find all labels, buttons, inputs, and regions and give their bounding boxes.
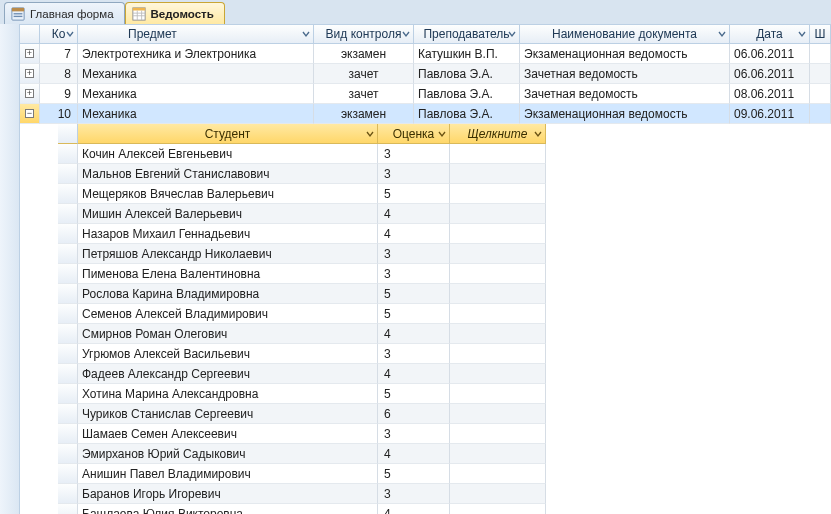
chevron-down-icon[interactable] (717, 29, 727, 39)
cell-student[interactable]: Фадеев Александр Сергеевич (78, 364, 378, 384)
row-selector[interactable] (58, 164, 78, 184)
cell-grade[interactable]: 5 (378, 384, 450, 404)
cell-grade[interactable]: 4 (378, 504, 450, 514)
cell-control[interactable]: экзамен (314, 104, 414, 124)
table-row[interactable]: Шамаев Семен Алексеевич3 (58, 424, 831, 444)
cell-student[interactable]: Рослова Карина Владимировна (78, 284, 378, 304)
table-row[interactable]: Мещеряков Вячеслав Валерьевич5 (58, 184, 831, 204)
row-selector[interactable] (58, 144, 78, 164)
chevron-down-icon[interactable] (65, 29, 75, 39)
cell-student[interactable]: Хотина Марина Александровна (78, 384, 378, 404)
cell-code[interactable]: 7 (40, 44, 78, 64)
cell-grade[interactable]: 5 (378, 184, 450, 204)
cell-empty[interactable] (450, 224, 546, 244)
cell-grade[interactable]: 4 (378, 204, 450, 224)
cell-code[interactable]: 9 (40, 84, 78, 104)
row-selector[interactable] (58, 224, 78, 244)
cell-teacher[interactable]: Павлова Э.А. (414, 64, 520, 84)
cell-empty[interactable] (450, 464, 546, 484)
cell-grade[interactable]: 3 (378, 344, 450, 364)
table-row[interactable]: Чуриков Станислав Сергеевич6 (58, 404, 831, 424)
col-doc[interactable]: Наименование документа (520, 24, 730, 44)
cell-doc[interactable]: Экзаменационная ведомость (520, 44, 730, 64)
cell-student[interactable]: Кочин Алексей Евгеньевич (78, 144, 378, 164)
cell-teacher[interactable]: Павлова Э.А. (414, 84, 520, 104)
chevron-down-icon[interactable] (401, 29, 411, 39)
cell-empty[interactable] (450, 364, 546, 384)
cell-grade[interactable]: 5 (378, 304, 450, 324)
cell-grade[interactable]: 4 (378, 364, 450, 384)
chevron-down-icon[interactable] (301, 29, 311, 39)
cell-student[interactable]: Мещеряков Вячеслав Валерьевич (78, 184, 378, 204)
table-row[interactable]: Фадеев Александр Сергеевич4 (58, 364, 831, 384)
row-selector[interactable] (58, 484, 78, 504)
row-selector[interactable] (58, 444, 78, 464)
cell-subject[interactable]: Механика (78, 64, 314, 84)
cell-empty[interactable] (450, 304, 546, 324)
table-row[interactable]: +8МеханиказачетПавлова Э.А.Зачетная ведо… (20, 64, 831, 84)
row-selector[interactable] (58, 304, 78, 324)
table-row[interactable]: Башлаева Юлия Викторовна4 (58, 504, 831, 514)
cell-empty[interactable] (450, 484, 546, 504)
cell-grade[interactable]: 5 (378, 464, 450, 484)
row-selector[interactable] (58, 324, 78, 344)
row-selector[interactable] (58, 344, 78, 364)
row-selector[interactable] (58, 264, 78, 284)
cell-empty[interactable] (450, 184, 546, 204)
chevron-down-icon[interactable] (797, 29, 807, 39)
corner-cell[interactable] (20, 24, 40, 44)
cell-subject[interactable]: Электротехника и Электроника (78, 44, 314, 64)
cell-doc[interactable]: Зачетная ведомость (520, 84, 730, 104)
cell-student[interactable]: Шамаев Семен Алексеевич (78, 424, 378, 444)
cell-subject[interactable]: Механика (78, 84, 314, 104)
cell-extra[interactable] (810, 104, 831, 124)
cell-grade[interactable]: 3 (378, 144, 450, 164)
cell-grade[interactable]: 3 (378, 264, 450, 284)
table-row[interactable]: Анишин Павел Владимирович5 (58, 464, 831, 484)
table-row[interactable]: Назаров Михаил Геннадьевич4 (58, 224, 831, 244)
col-code[interactable]: Ко (40, 24, 78, 44)
corner-cell[interactable] (58, 124, 78, 144)
table-row[interactable]: Петряшов Александр Николаевич3 (58, 244, 831, 264)
chevron-down-icon[interactable] (533, 129, 543, 139)
cell-empty[interactable] (450, 264, 546, 284)
cell-student[interactable]: Мишин Алексей Валерьевич (78, 204, 378, 224)
expand-cell[interactable]: + (20, 84, 40, 104)
cell-date[interactable]: 06.06.2011 (730, 44, 810, 64)
cell-empty[interactable] (450, 504, 546, 514)
cell-control[interactable]: экзамен (314, 44, 414, 64)
table-row[interactable]: Мишин Алексей Валерьевич4 (58, 204, 831, 224)
cell-student[interactable]: Мальнов Евгений Станиславович (78, 164, 378, 184)
cell-empty[interactable] (450, 384, 546, 404)
cell-date[interactable]: 06.06.2011 (730, 64, 810, 84)
cell-empty[interactable] (450, 164, 546, 184)
table-row[interactable]: Мальнов Евгений Станиславович3 (58, 164, 831, 184)
cell-date[interactable]: 09.06.2011 (730, 104, 810, 124)
table-row[interactable]: Кочин Алексей Евгеньевич3 (58, 144, 831, 164)
cell-grade[interactable]: 4 (378, 324, 450, 344)
cell-empty[interactable] (450, 284, 546, 304)
cell-empty[interactable] (450, 244, 546, 264)
cell-control[interactable]: зачет (314, 84, 414, 104)
cell-empty[interactable] (450, 404, 546, 424)
row-selector[interactable] (58, 244, 78, 264)
cell-grade[interactable]: 3 (378, 424, 450, 444)
cell-date[interactable]: 08.06.2011 (730, 84, 810, 104)
cell-grade[interactable]: 5 (378, 284, 450, 304)
cell-empty[interactable] (450, 324, 546, 344)
cell-student[interactable]: Угрюмов Алексей Васильевич (78, 344, 378, 364)
cell-student[interactable]: Пименова Елена Валентиновна (78, 264, 378, 284)
cell-control[interactable]: зачет (314, 64, 414, 84)
chevron-down-icon[interactable] (365, 129, 375, 139)
cell-student[interactable]: Чуриков Станислав Сергеевич (78, 404, 378, 424)
plus-icon[interactable]: + (25, 89, 34, 98)
cell-empty[interactable] (450, 444, 546, 464)
table-row[interactable]: Баранов Игорь Игоревич3 (58, 484, 831, 504)
cell-grade[interactable]: 4 (378, 224, 450, 244)
chevron-down-icon[interactable] (437, 129, 447, 139)
col-extra[interactable]: Ш (810, 24, 831, 44)
table-row[interactable]: Пименова Елена Валентиновна3 (58, 264, 831, 284)
cell-teacher[interactable]: Павлова Э.А. (414, 104, 520, 124)
row-selector[interactable] (58, 404, 78, 424)
cell-student[interactable]: Баранов Игорь Игоревич (78, 484, 378, 504)
